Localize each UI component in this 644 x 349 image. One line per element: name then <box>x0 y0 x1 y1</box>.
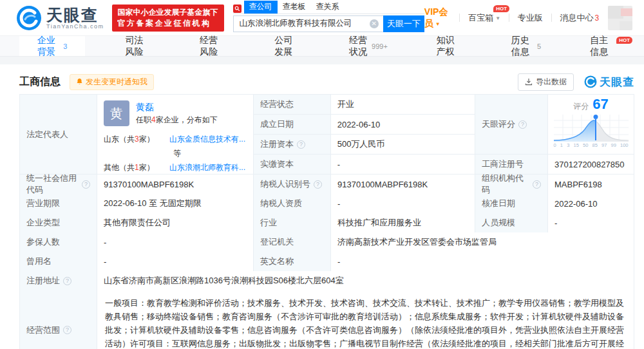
toolbox-menu-item[interactable]: 百宝箱▼ HOT <box>468 12 500 24</box>
chevron-down-icon: ▼ <box>495 15 500 21</box>
field-label-industry: 行业 <box>254 213 331 232</box>
search-tab-boss[interactable]: 查老板 <box>278 1 311 14</box>
tab-self-published-info[interactable]: 自主信息HOT <box>581 36 625 56</box>
export-data-button[interactable]: 导出数据 <box>518 73 574 91</box>
field-label-former-name: 曾用名 <box>20 252 97 271</box>
search-block: 查公司 查老板 查关系 ✕ 天眼一下 <box>233 4 424 32</box>
field-label-english-name: 英文名称 <box>254 252 331 271</box>
field-label-company-type: 企业类型 <box>20 213 97 232</box>
field-value-registered-capital: 500万人民币 <box>331 135 475 154</box>
company-nav-tabs: 企业背景3 司法风险 经营风险 公司发展 经营状况999+ 知识产权 历史信息5… <box>0 35 644 57</box>
score-axis-labels: 0131550859799100 <box>554 142 629 148</box>
top-header: 天眼查 TianYanCha.com 国家中小企业发展子基金旗下 官方备案企业征… <box>0 0 644 35</box>
field-value-english-name: - <box>331 252 634 271</box>
search-button[interactable]: 天眼一下 <box>383 15 424 32</box>
tianyancha-logo-icon <box>16 5 42 31</box>
message-center-menu-item[interactable]: 消息中心3 <box>560 12 599 24</box>
field-label-registered-address: 注册地址? <box>20 271 97 290</box>
rep-company-group: 其他（共1家） 山东浪潮北师教育科... <box>104 160 248 174</box>
top-menu: VIP会员▼ 百宝箱▼ HOT 专业版 消息中心3 <box>424 6 632 30</box>
search-tab-company[interactable]: 查公司 <box>244 1 278 14</box>
divider <box>459 14 460 22</box>
field-label-registration-authority: 登记机关 <box>254 232 331 252</box>
hot-badge: HOT <box>616 37 632 44</box>
field-value-insured-count: - <box>97 232 254 252</box>
field-value-paid-in-capital: - <box>331 155 475 174</box>
field-value-taxpayer-qualification: - <box>331 194 475 213</box>
search-category-icon <box>233 5 242 13</box>
search-input[interactable] <box>233 15 383 32</box>
field-value-taxpayer-id: 91370100MABPF6198K <box>331 174 475 194</box>
tianyancha-watermark-icon <box>584 75 597 88</box>
tab-judicial-risk[interactable]: 司法风险 <box>116 36 160 56</box>
field-label-operating-status: 经营状态 <box>254 95 331 114</box>
bell-icon <box>76 78 83 86</box>
score-sub-table: 天眼评分? 评分67 <box>475 95 634 174</box>
field-value-approval-date: 2022-06-10 <box>548 194 634 213</box>
help-icon[interactable]: ? <box>297 140 305 149</box>
legal-rep-name-link[interactable]: 黄磊 <box>136 101 218 113</box>
field-value-registration-authority: 济南高新技术产业开发区管委会市场监管局 <box>331 232 634 252</box>
tab-history-info[interactable]: 历史信息5 <box>502 36 550 56</box>
score-value: 67 <box>592 96 608 112</box>
field-value-staff-size: - <box>548 213 634 232</box>
tab-operation-status[interactable]: 经营状况999+ <box>340 36 397 56</box>
field-value-former-name: - <box>97 252 254 271</box>
field-label-approval-date: 核准日期 <box>475 194 548 213</box>
help-icon[interactable]: ? <box>63 326 71 334</box>
field-value-registration-number: 370127200827850 <box>548 155 634 174</box>
field-value-company-type: 其他有限责任公司 <box>97 213 254 232</box>
tab-operation-risk[interactable]: 经营风险 <box>191 36 234 56</box>
tab-company-development[interactable]: 公司发展 <box>265 36 309 56</box>
help-icon[interactable]: ? <box>82 180 90 189</box>
score-distribution-curve <box>554 113 629 142</box>
tab-intellectual-property[interactable]: 知识产权 <box>428 36 471 56</box>
field-value-org-code: MABPF6198 <box>548 174 634 194</box>
field-label-business-scope: 经营范围? <box>20 290 97 349</box>
help-icon[interactable]: ? <box>533 180 541 189</box>
logo-domain: TianYanCha.com <box>46 23 104 30</box>
field-value-business-term: 2022-06-10 至 无固定期限 <box>97 194 254 213</box>
legal-rep-summary: 任职4家企业，分布如下 <box>136 115 218 126</box>
divider <box>551 14 552 22</box>
user-avatar[interactable] <box>608 6 632 30</box>
page-background-strip <box>0 57 644 64</box>
help-icon[interactable]: ? <box>63 277 71 285</box>
vip-menu-item[interactable]: VIP会员▼ <box>424 6 451 30</box>
field-label-legal-representative: 法定代表人 <box>20 95 97 174</box>
score-marker-pin <box>593 115 598 119</box>
field-label-taxpayer-id: 纳税人识别号? <box>254 174 331 194</box>
tianyancha-logo[interactable]: 天眼查 TianYanCha.com <box>16 5 104 31</box>
status-sub-table: 经营状态 开业 成立日期 2022-06-10 注册资本? 500万人民币 实缴… <box>254 95 475 174</box>
field-value-registered-address: 山东省济南市高新区浪潮路1036号浪潮科技园S06楼北六层604室 <box>97 271 634 290</box>
pro-version-menu-item[interactable]: 专业版 <box>518 12 543 24</box>
gov-certification-badge: 国家中小企业发展子基金旗下 官方备案企业征信机构 <box>112 5 224 32</box>
field-label-tianyan-score: 天眼评分? <box>475 95 548 154</box>
business-registration-table: 法定代表人 黄 黄磊 任职4家企业，分布如下 山东（共3家） 山东金质信息技术有… <box>19 94 634 349</box>
help-icon[interactable]: ? <box>518 120 527 129</box>
field-label-staff-size: 人员规模 <box>475 213 548 232</box>
clear-icon[interactable]: ✕ <box>370 19 379 28</box>
related-company-link[interactable]: 山东金质信息技术有... <box>169 135 245 144</box>
notify-on-change-button[interactable]: 发生变更时通知我 <box>70 74 154 90</box>
business-info-card: 工商信息 发生变更时通知我 导出数据 天眼查 <box>0 64 644 349</box>
help-icon[interactable]: ? <box>314 180 322 189</box>
tianyancha-watermark: 天眼查 <box>584 75 634 90</box>
field-value-establish-date: 2022-06-10 <box>331 115 475 134</box>
hot-badge: HOT <box>493 5 509 12</box>
section-title: 工商信息 <box>19 75 61 89</box>
chevron-down-icon: ▼ <box>435 21 440 27</box>
search-tabs: 查公司 查老板 查关系 <box>233 4 424 14</box>
message-count-badge: 3 <box>594 14 599 23</box>
rep-company-group: 山东（共3家） 山东金质信息技术有...等 <box>104 132 248 160</box>
field-label-org-code: 组织机构代码? <box>475 174 548 194</box>
field-label-paid-in-capital: 实缴资本 <box>254 155 331 174</box>
legal-rep-avatar[interactable]: 黄 <box>104 100 129 126</box>
divider <box>509 14 509 22</box>
search-tab-relation[interactable]: 查关系 <box>311 1 345 14</box>
tianyan-score-chart: 评分67 <box>548 95 634 154</box>
field-label-insured-count: 参保人数 <box>20 232 97 252</box>
field-value-credit-code: 91370100MABPF6198K <box>97 174 254 194</box>
tab-company-background[interactable]: 企业背景3 <box>19 36 85 56</box>
related-company-link[interactable]: 山东浪潮北师教育科... <box>169 163 245 172</box>
